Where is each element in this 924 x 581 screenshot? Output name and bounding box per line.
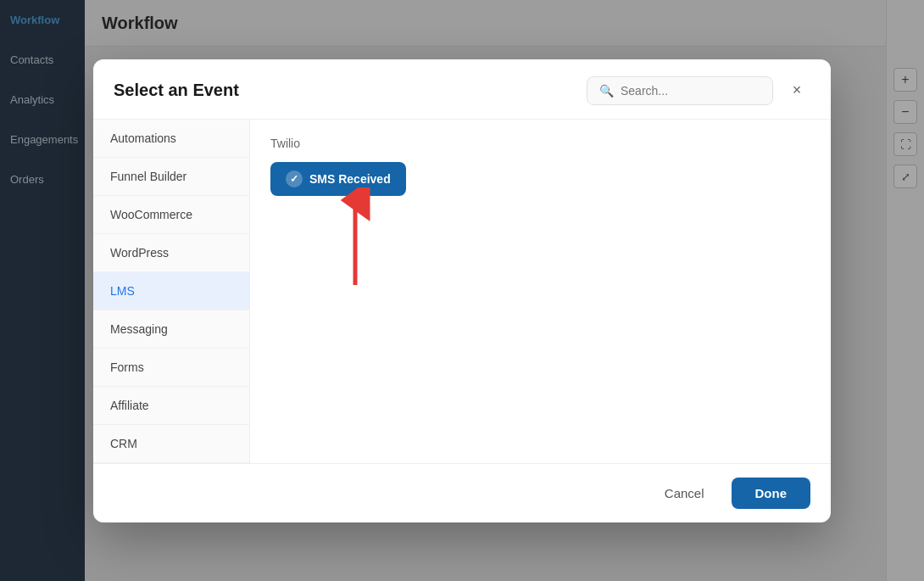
cancel-button[interactable]: Cancel <box>648 478 721 509</box>
category-item-automations[interactable]: Automations <box>93 120 249 158</box>
category-item-affiliate[interactable]: Affiliate <box>93 387 249 425</box>
section-label: Twilio <box>270 137 810 150</box>
modal-footer: Cancel Done <box>93 463 831 522</box>
category-item-wordpress[interactable]: WordPress <box>93 234 249 272</box>
modal-title: Select an Event <box>114 81 239 100</box>
sms-received-button[interactable]: ✓ SMS Received <box>270 162 406 196</box>
close-button[interactable]: × <box>783 77 810 104</box>
category-list: Automations Funnel Builder WooCommerce W… <box>93 120 250 463</box>
done-button[interactable]: Done <box>732 478 811 509</box>
category-item-lms[interactable]: LMS <box>93 272 249 310</box>
content-area: Twilio ✓ SMS Received <box>250 120 831 463</box>
search-icon: 🔍 <box>599 84 614 98</box>
modal-header-right: 🔍 × <box>587 76 810 105</box>
category-item-woocommerce[interactable]: WooCommerce <box>93 196 249 234</box>
category-item-messaging[interactable]: Messaging <box>93 310 249 349</box>
search-box: 🔍 <box>587 76 773 105</box>
annotation-arrow <box>321 187 389 289</box>
modal-overlay: Select an Event 🔍 × Automations Funnel B <box>0 0 924 581</box>
search-input[interactable] <box>621 84 760 98</box>
close-icon: × <box>793 81 802 99</box>
select-event-modal: Select an Event 🔍 × Automations Funnel B <box>93 59 831 522</box>
modal-body: Automations Funnel Builder WooCommerce W… <box>93 120 831 463</box>
checkmark-icon: ✓ <box>286 170 303 187</box>
category-item-crm[interactable]: CRM <box>93 425 249 463</box>
category-item-forms[interactable]: Forms <box>93 349 249 387</box>
modal-header: Select an Event 🔍 × <box>93 59 831 120</box>
category-item-funnel-builder[interactable]: Funnel Builder <box>93 158 249 196</box>
